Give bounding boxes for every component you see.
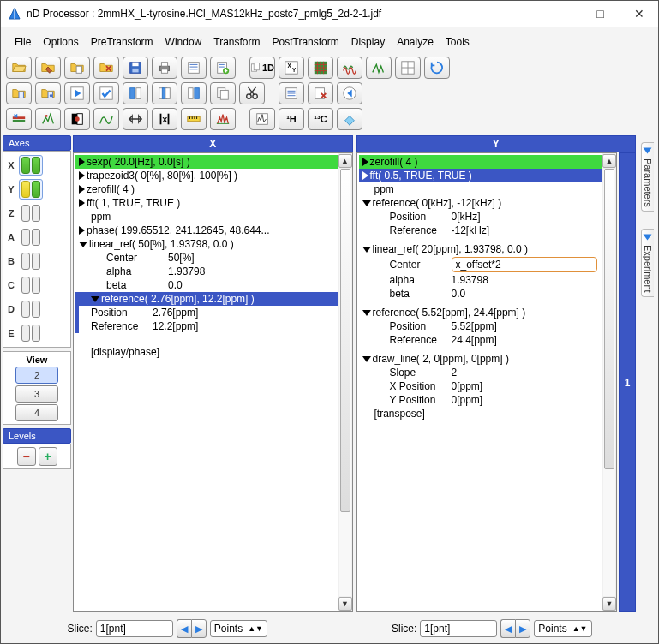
ruler-button[interactable] [181, 108, 207, 130]
menu-window[interactable]: Window [160, 34, 207, 50]
eraser-button[interactable] [337, 108, 362, 130]
check-button[interactable] [93, 82, 119, 104]
view-button-4[interactable]: 4 [15, 404, 58, 421]
slice-next-x[interactable]: ▶ [191, 619, 207, 638]
list-entry[interactable]: beta0.0 [359, 287, 602, 301]
menu-analyze[interactable]: Analyze [392, 34, 439, 50]
axis-row-b[interactable]: B [6, 250, 68, 272]
slice-input-y[interactable] [420, 620, 497, 637]
slice-prev-x[interactable]: ◀ [177, 619, 191, 638]
save-button[interactable] [123, 57, 148, 79]
axis-tracks[interactable] [19, 155, 43, 176]
list-entry[interactable]: ppm [75, 210, 338, 224]
open-doc-button[interactable] [64, 57, 90, 79]
list-entry[interactable]: linear_ref( 20[ppm], 1.93798, 0.0 ) [359, 242, 602, 256]
menu-transform[interactable]: Transform [208, 34, 265, 50]
peak-button[interactable] [366, 57, 392, 79]
minimize-button[interactable]: — [542, 1, 581, 27]
close-button[interactable]: ✕ [620, 1, 658, 27]
open-pointer-button[interactable] [35, 57, 61, 79]
list-button[interactable] [181, 57, 207, 79]
axis-tracks[interactable] [19, 179, 43, 200]
list-entry[interactable]: Slope2 [359, 366, 602, 379]
axis-tracks[interactable] [19, 275, 43, 295]
list-entry[interactable]: beta0.0 [75, 278, 338, 292]
copy-button[interactable] [210, 82, 236, 104]
menu-pretransform[interactable]: PreTransform [86, 34, 159, 50]
menu-display[interactable]: Display [346, 34, 390, 50]
y-scrollbar[interactable]: ▲ ▼ [602, 153, 616, 611]
contrast-button[interactable] [64, 108, 90, 130]
slice-prev-y[interactable]: ◀ [500, 619, 515, 638]
menu-file[interactable]: File [9, 34, 36, 50]
list-entry[interactable]: Position5.52[ppm] [359, 319, 602, 333]
list-entry[interactable]: Reference-12[kHz] [359, 224, 602, 237]
align-left-button[interactable] [123, 82, 148, 104]
axis-tracks[interactable] [19, 251, 43, 271]
list-entry[interactable]: Position0[kHz] [359, 210, 602, 224]
align-right-button[interactable] [181, 82, 207, 104]
axis-row-x[interactable]: X [6, 154, 68, 176]
list-entry[interactable]: [transpose] [359, 407, 602, 420]
scroll-up-icon[interactable]: ▲ [602, 154, 616, 168]
grid-button[interactable] [395, 57, 421, 79]
slice-next-y[interactable]: ▶ [515, 619, 530, 638]
axis-tracks[interactable] [19, 227, 43, 247]
thirteenc-button[interactable]: ¹³C [308, 108, 333, 130]
list-entry[interactable]: Y Position0[ppm] [359, 393, 602, 407]
list-entry[interactable]: draw_line( 2, 0[ppm], 0[ppm] ) [359, 352, 602, 366]
xy-button[interactable]: XY [279, 57, 304, 79]
list-entry[interactable]: X Position0[ppm] [359, 379, 602, 393]
play-button[interactable] [64, 82, 90, 104]
list-entry[interactable]: Reference12.2[ppm] [75, 319, 338, 333]
view-button-2[interactable]: 2 [15, 367, 58, 384]
spectrum-icon-button[interactable] [249, 108, 275, 130]
scroll-down-icon[interactable]: ▼ [602, 597, 616, 611]
colorbar-button[interactable] [6, 108, 32, 130]
tree-peak-button[interactable] [35, 108, 61, 130]
peaks-button[interactable] [210, 108, 236, 130]
axis-tracks[interactable] [19, 323, 43, 343]
side-index[interactable]: 1 [619, 152, 636, 612]
tab-experiment[interactable]: Experiment [641, 229, 654, 297]
list-entry[interactable]: alpha1.93798 [359, 273, 602, 287]
axis-tracks[interactable] [19, 203, 43, 224]
stretch-button[interactable] [123, 108, 148, 130]
tab-parameters[interactable]: Parameters [641, 142, 654, 212]
list-entry[interactable]: fft( 0.5, TRUE, TRUE ) [359, 169, 602, 182]
open-delete-button[interactable] [93, 57, 119, 79]
list-entry[interactable]: linear_ref( 50[%], 1.93798, 0.0 ) [75, 237, 338, 251]
list-entry[interactable]: Position2.76[ppm] [75, 306, 338, 319]
open-folder-button[interactable] [6, 57, 32, 79]
list-entry[interactable]: zerofill( 4 ) [75, 182, 338, 196]
axis-row-e[interactable]: E [6, 322, 68, 344]
axis-row-z[interactable]: Z [6, 202, 68, 224]
waves-button[interactable] [337, 57, 362, 79]
cut-button[interactable] [239, 82, 265, 104]
remove-list-button[interactable] [308, 82, 333, 104]
list-entry[interactable]: Center [359, 256, 602, 273]
list-entry[interactable]: zerofill( 4 ) [359, 155, 602, 169]
folder-doc-button[interactable] [6, 82, 32, 104]
refresh-button[interactable] [424, 57, 450, 79]
list-entry[interactable]: ppm [359, 182, 602, 196]
x-scrollbar[interactable]: ▲ ▼ [338, 153, 352, 611]
axis-row-c[interactable]: C [6, 274, 68, 296]
scroll-down-icon[interactable]: ▼ [338, 597, 352, 611]
list-entry[interactable]: reference( 2.76[ppm], 12.2[ppm] ) [75, 292, 338, 306]
add-list-button[interactable] [210, 57, 236, 79]
slice-units-y[interactable]: Points▲▼ [534, 620, 591, 637]
list-entry[interactable]: reference( 5.52[ppm], 24.4[ppm] ) [359, 306, 602, 319]
list-entry[interactable]: reference( 0[kHz], -12[kHz] ) [359, 196, 602, 210]
list-entry[interactable]: [display/phase] [75, 345, 338, 359]
print-button[interactable] [152, 57, 177, 79]
list-entry[interactable]: Reference24.4[ppm] [359, 333, 602, 347]
list2-button[interactable] [279, 82, 304, 104]
abs-button[interactable]: X [152, 108, 177, 130]
oned-button[interactable]: 1D [249, 57, 275, 79]
view-button-3[interactable]: 3 [15, 385, 58, 402]
menu-tools[interactable]: Tools [440, 34, 475, 50]
axis-row-a[interactable]: A [6, 226, 68, 248]
list-entry[interactable]: phase( 199.65512, 241.12645, 48.644... [75, 224, 338, 237]
axis-row-y[interactable]: Y [6, 178, 68, 200]
